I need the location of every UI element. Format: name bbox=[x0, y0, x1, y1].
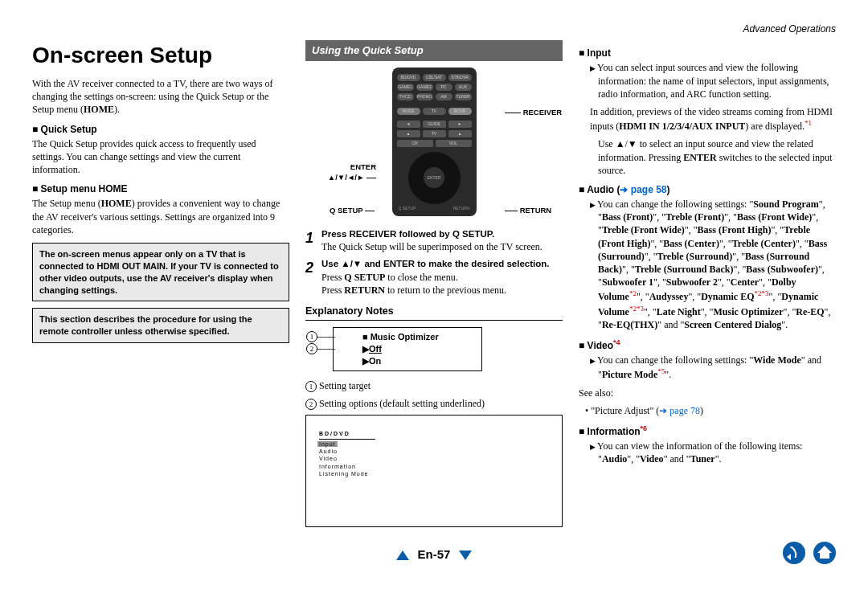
explanatory-example-box: 1——■ Music Optimizer 2——▶Off ▶On bbox=[333, 327, 482, 371]
setup-menu-body: The Setup menu (HOME) provides a conveni… bbox=[32, 197, 289, 236]
audio-heading: Audio (➔ page 58) bbox=[579, 183, 836, 196]
using-quick-setup-bar: Using the Quick Setup bbox=[305, 40, 563, 61]
nav-next-icon[interactable] bbox=[459, 551, 472, 560]
label-return: RETURN bbox=[505, 206, 551, 216]
column-3: Input You can select input sources and v… bbox=[579, 40, 836, 532]
input-para-2: In addition, previews of the video strea… bbox=[590, 105, 836, 133]
remote-diagram: BD/DVDCBL/SATSTB/DVR GAME1GAME2PCAUX TV/… bbox=[305, 68, 563, 220]
label-receiver: RECEIVER bbox=[505, 108, 562, 118]
quick-setup-body: The Quick Setup provides quick access to… bbox=[32, 137, 289, 177]
page-number: En-57 bbox=[418, 547, 451, 561]
explanatory-notes-heading: Explanatory Notes bbox=[305, 305, 563, 321]
nav-prev-icon[interactable] bbox=[396, 551, 409, 560]
back-icon[interactable] bbox=[783, 542, 805, 564]
label-qsetup: Q SETUP bbox=[330, 206, 375, 216]
page-title: On-screen Setup bbox=[32, 40, 289, 71]
information-heading: Information*6 bbox=[579, 424, 836, 438]
note-box-2: This section describes the procedure for… bbox=[32, 308, 289, 343]
page-navigation: En-57 bbox=[32, 546, 836, 563]
explan-caption-2: 2 Setting options (default setting under… bbox=[305, 397, 563, 410]
picture-page-link[interactable]: ➔ page 78 bbox=[659, 405, 700, 416]
quick-setup-heading: Quick Setup bbox=[32, 123, 289, 136]
osd-screenshot: BD/DVD Input Audio Video Information Lis… bbox=[305, 415, 563, 527]
step-2: 2 Use ▲/▼ and ENTER to make the desired … bbox=[305, 258, 563, 297]
column-2: Using the Quick Setup BD/DVDCBL/SATSTB/D… bbox=[305, 40, 563, 532]
column-1: On-screen Setup With the AV receiver con… bbox=[32, 40, 289, 532]
header-section: Advanced Operations bbox=[32, 23, 836, 35]
video-heading: Video*4 bbox=[579, 338, 836, 352]
label-enter: ENTER▲/▼/◄/► bbox=[312, 162, 376, 183]
home-icon[interactable] bbox=[813, 542, 836, 564]
note-box-1: The on-screen menus appear only on a TV … bbox=[32, 243, 289, 301]
input-para-1: You can select input sources and view th… bbox=[590, 61, 836, 100]
audio-page-link[interactable]: ➔ page 58 bbox=[620, 184, 666, 195]
setup-menu-heading: Setup menu HOME bbox=[32, 182, 289, 195]
intro-text: With the AV receiver connected to a TV, … bbox=[32, 77, 289, 117]
input-heading: Input bbox=[579, 47, 836, 59]
explan-caption-1: 1 Setting target bbox=[305, 379, 563, 392]
see-also: See also: bbox=[579, 387, 836, 399]
audio-body: You can change the following settings: "… bbox=[590, 198, 836, 331]
input-para-3: Use ▲/▼ to select an input source and vi… bbox=[598, 137, 836, 177]
video-body: You can change the following settings: "… bbox=[590, 354, 836, 381]
step-1: 1 Press RECEIVER followed by Q SETUP. Th… bbox=[305, 228, 563, 254]
picture-adjust-line: • "Picture Adjust" (➔ page 78) bbox=[585, 404, 836, 417]
information-body: You can view the information of the foll… bbox=[590, 440, 836, 465]
